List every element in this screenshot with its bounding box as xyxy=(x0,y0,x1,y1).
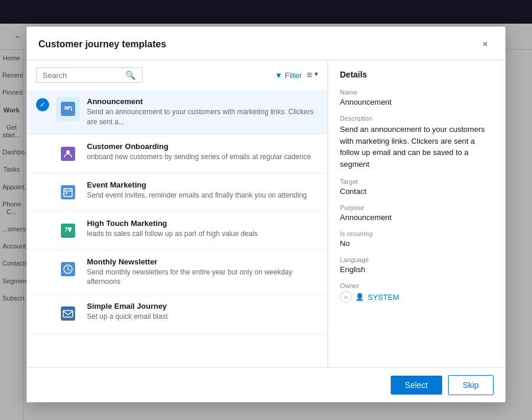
name-value: Announcement xyxy=(340,98,494,106)
svg-rect-5 xyxy=(66,192,67,194)
modal-body: 🔍 ▼ Filter ≡ ▾ ✓ xyxy=(27,60,505,367)
filter-area: ▼ Filter ≡ ▾ xyxy=(275,70,318,80)
filter-funnel-icon: ▼ xyxy=(275,71,283,80)
language-field: Language English xyxy=(340,256,494,274)
search-icon: 🔍 xyxy=(125,70,135,80)
template-name-customer-onboarding: Customer Onboarding xyxy=(87,142,318,151)
filter-button[interactable]: ▼ Filter xyxy=(275,71,302,80)
template-icon-high-touch xyxy=(56,219,80,243)
owner-circle-icon: ○ xyxy=(340,291,352,303)
template-item-customer-onboarding[interactable]: Customer Onboarding onboard new customer… xyxy=(27,135,327,173)
template-list-panel: 🔍 ▼ Filter ≡ ▾ ✓ xyxy=(27,60,328,367)
modal-title: Customer journey templates xyxy=(38,39,166,50)
template-info-monthly-newsletter: Monthly Newsletter Send monthly newslett… xyxy=(87,257,318,287)
target-label: Target xyxy=(340,178,494,185)
template-name-announcement: Announcement xyxy=(87,97,318,106)
template-info-simple-email: Simple Email Journey Set up a quick emai… xyxy=(87,302,318,322)
description-label: Description xyxy=(340,115,494,122)
template-item-monthly-newsletter[interactable]: Monthly Newsletter Send monthly newslett… xyxy=(27,250,327,295)
owner-name-value: SYSTEM xyxy=(368,293,399,302)
template-info-high-touch: High Touch Marketing leads to sales call… xyxy=(87,219,318,239)
template-desc-high-touch: leads to sales call follow up as part of… xyxy=(87,229,318,239)
template-info-event-marketing: Event Marketing Send event invites, remi… xyxy=(87,180,318,201)
customer-journey-templates-modal: Customer journey templates × 🔍 ▼ Filter xyxy=(27,27,505,402)
template-info-customer-onboarding: Customer Onboarding onboard new customer… xyxy=(87,142,318,162)
template-desc-customer-onboarding: onboard new customers by sending series … xyxy=(87,152,318,162)
owner-label: Owner xyxy=(340,282,494,289)
template-icon-simple-email xyxy=(56,302,80,325)
target-value: Contact xyxy=(340,187,494,196)
template-icon-monthly-newsletter xyxy=(56,257,80,281)
search-input-wrapper: 🔍 xyxy=(36,67,142,83)
template-icon-announcement xyxy=(56,97,80,121)
owner-row: ○ 👤 SYSTEM xyxy=(340,291,494,303)
template-item-simple-email[interactable]: Simple Email Journey Set up a quick emai… xyxy=(27,295,327,333)
modal-header: Customer journey templates × xyxy=(27,27,505,60)
template-item-high-touch[interactable]: High Touch Marketing leads to sales call… xyxy=(27,212,327,250)
modal-close-button[interactable]: × xyxy=(477,36,494,53)
search-filter-bar: 🔍 ▼ Filter ≡ ▾ xyxy=(27,60,327,90)
template-list: ✓ Announcement Send an announcement to y… xyxy=(27,90,327,367)
recurring-field: Is recurring No xyxy=(340,230,494,248)
template-info-announcement: Announcement Send an announcement to you… xyxy=(87,97,318,127)
details-panel: Details Name Announcement Description Se… xyxy=(328,60,505,367)
name-label: Name xyxy=(340,89,494,96)
template-name-event-marketing: Event Marketing xyxy=(87,180,318,189)
template-item-announcement[interactable]: ✓ Announcement Send an announcement to y… xyxy=(27,90,327,135)
purpose-label: Purpose xyxy=(340,204,494,211)
owner-person-icon: 👤 xyxy=(355,293,364,301)
description-value: Send an announcement to your customers w… xyxy=(340,124,494,170)
selected-check-announcement: ✓ xyxy=(36,98,49,111)
sort-dropdown-icon[interactable]: ▾ xyxy=(314,70,318,80)
purpose-field: Purpose Announcement xyxy=(340,204,494,222)
template-desc-event-marketing: Send event invites, reminder emails and … xyxy=(87,190,318,201)
language-label: Language xyxy=(340,256,494,263)
filter-label: Filter xyxy=(285,71,302,80)
search-input[interactable] xyxy=(43,71,125,80)
purpose-value: Announcement xyxy=(340,213,494,222)
svg-point-2 xyxy=(66,150,70,154)
language-value: English xyxy=(340,265,494,274)
owner-field: Owner ○ 👤 SYSTEM xyxy=(340,282,494,303)
template-item-event-marketing[interactable]: Event Marketing Send event invites, remi… xyxy=(27,173,327,212)
template-icon-event-marketing xyxy=(56,180,80,204)
template-name-simple-email: Simple Email Journey xyxy=(87,302,318,311)
description-field: Description Send an announcement to your… xyxy=(340,115,494,170)
template-desc-simple-email: Set up a quick email blast xyxy=(87,312,318,322)
target-field: Target Contact xyxy=(340,178,494,196)
select-button[interactable]: Select xyxy=(391,376,442,395)
sort-buttons: ≡ ▾ xyxy=(307,70,318,80)
template-name-high-touch: High Touch Marketing xyxy=(87,219,318,228)
template-name-monthly-newsletter: Monthly Newsletter xyxy=(87,257,318,266)
sort-icon[interactable]: ≡ xyxy=(307,70,312,80)
close-icon: × xyxy=(482,39,488,50)
recurring-label: Is recurring xyxy=(340,230,494,237)
template-icon-customer-onboarding xyxy=(56,142,80,166)
recurring-value: No xyxy=(340,239,494,248)
modal-footer: Select Skip xyxy=(27,367,505,402)
template-desc-announcement: Send an announcement to your customers w… xyxy=(87,107,318,127)
skip-button[interactable]: Skip xyxy=(448,375,494,395)
svg-rect-6 xyxy=(61,224,75,238)
name-field: Name Announcement xyxy=(340,89,494,106)
details-section-title: Details xyxy=(340,70,494,79)
svg-rect-3 xyxy=(61,185,75,199)
template-desc-monthly-newsletter: Send monthly newsletters for the entire … xyxy=(87,267,318,287)
